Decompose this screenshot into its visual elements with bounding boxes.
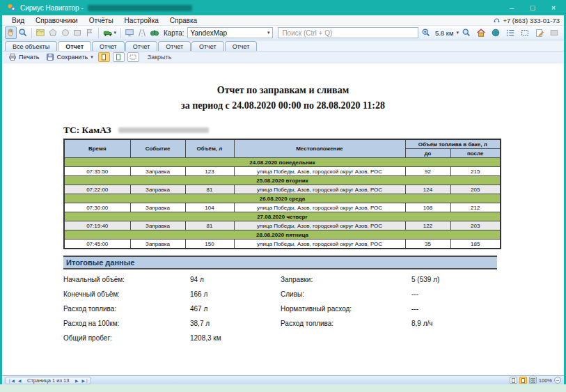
globe-icon[interactable] bbox=[489, 26, 503, 39]
home-icon[interactable] bbox=[474, 26, 488, 39]
prev-page-button[interactable]: ◀ bbox=[16, 378, 23, 383]
monitor-icon[interactable] bbox=[124, 26, 136, 39]
cell-before: 108 bbox=[405, 203, 450, 212]
menu-vid[interactable]: Вид bbox=[6, 17, 30, 24]
zoom-lens-icon[interactable] bbox=[459, 26, 473, 39]
tab-report-2[interactable]: Отчет bbox=[92, 41, 125, 51]
tab-report-1[interactable]: Отчет bbox=[58, 41, 91, 51]
report-title: Отчет по заправкам и сливам за период с … bbox=[2, 83, 564, 113]
polygon-tool-icon[interactable] bbox=[47, 26, 59, 39]
layout-single-button[interactable] bbox=[510, 377, 517, 384]
tab-report-5[interactable]: Отчет bbox=[191, 41, 224, 51]
col-header-after: после bbox=[450, 149, 501, 158]
tab-report-3[interactable]: Отчет bbox=[125, 41, 158, 51]
save-label: Сохранить bbox=[56, 54, 88, 61]
window-title: Сириус Навигатор - bbox=[20, 4, 84, 12]
tab-all-objects[interactable]: Все объекты bbox=[5, 41, 57, 51]
cell-time: 07:22:00 bbox=[64, 185, 130, 194]
menu-spravka[interactable]: Справка bbox=[164, 17, 203, 24]
rect-tool-icon[interactable] bbox=[72, 26, 84, 39]
totals-grid: Начальный объём:94 лЗаправки:5 (539 л)Ко… bbox=[63, 276, 497, 342]
day-group-row: 27.08.2020 четверг bbox=[64, 212, 501, 221]
single-page-icon bbox=[100, 54, 107, 61]
vehicle-icon[interactable]: ▾ bbox=[102, 26, 118, 39]
circle-tool-icon[interactable] bbox=[59, 26, 71, 39]
print-label: Печать bbox=[19, 54, 39, 61]
map-provider-select[interactable]: YandexMap ▾ bbox=[187, 27, 274, 38]
totals-value-right: --- bbox=[411, 290, 497, 298]
cell-before: 124 bbox=[405, 185, 450, 194]
save-button[interactable]: Сохранить ▾ bbox=[44, 52, 95, 62]
scale-caret-icon[interactable]: ▾ bbox=[456, 30, 459, 36]
app-window: Сириус Навигатор - – □ × Вид Справочники… bbox=[0, 0, 566, 392]
window-title-redacted bbox=[88, 5, 192, 11]
tab-report-6[interactable]: Отчет bbox=[225, 41, 258, 51]
floppy-icon bbox=[46, 53, 54, 61]
layout-continuous-button[interactable] bbox=[519, 377, 527, 384]
view-fit-width-button[interactable] bbox=[127, 52, 139, 62]
tab-report-4[interactable]: Отчет bbox=[158, 41, 191, 51]
road-icon[interactable] bbox=[136, 26, 148, 39]
totals-label-left: Конечный объём: bbox=[63, 290, 190, 298]
print-button[interactable]: Печать bbox=[6, 52, 41, 62]
menu-nastroyka[interactable]: Настройка bbox=[119, 17, 164, 24]
view-single-page-button[interactable] bbox=[98, 52, 110, 62]
vehicle-label: ТС: КамАЗ bbox=[63, 125, 111, 136]
day-group-row: 24.08.2020 понедельник bbox=[64, 158, 501, 167]
maximize-button[interactable]: □ bbox=[522, 0, 543, 15]
zoom-level: 100% bbox=[539, 377, 552, 384]
totals-value-left: 38,7 л bbox=[190, 320, 281, 327]
zoom-in-icon[interactable] bbox=[419, 26, 433, 39]
flag-tool-icon[interactable] bbox=[84, 26, 96, 39]
magnifier-icon[interactable] bbox=[17, 26, 29, 39]
minimize-button[interactable]: – bbox=[501, 0, 522, 15]
totals-label-right bbox=[281, 334, 411, 342]
toolbar-separator bbox=[98, 28, 99, 38]
close-report-button[interactable]: Закрыть bbox=[148, 54, 172, 61]
col-header-event: Событие bbox=[130, 139, 185, 158]
layout-multi-button[interactable] bbox=[529, 377, 537, 384]
last-page-button[interactable]: ▶❘ bbox=[81, 378, 88, 383]
screen-icon[interactable] bbox=[547, 26, 561, 39]
select-area-icon[interactable] bbox=[518, 26, 532, 39]
col-header-volume: Объём, л bbox=[185, 139, 234, 158]
next-page-button[interactable]: ▶ bbox=[73, 378, 80, 383]
cell-volume: 104 bbox=[185, 203, 234, 212]
menu-spravochniki[interactable]: Справочники bbox=[30, 17, 84, 24]
hand-tool-icon[interactable] bbox=[5, 26, 17, 39]
report-title-line2: за период с 24.08.2020 00:00 по 28.08.20… bbox=[2, 98, 564, 113]
cell-before: 35 bbox=[405, 240, 450, 249]
vehicle-plate-redacted bbox=[118, 127, 209, 133]
zoom-out-button[interactable]: – bbox=[554, 377, 561, 384]
cell-after: 215 bbox=[450, 167, 501, 176]
cell-event: Заправка bbox=[130, 221, 185, 230]
first-page-button[interactable]: ❘◀ bbox=[8, 378, 15, 383]
save-dropdown-caret-icon[interactable]: ▾ bbox=[91, 54, 93, 60]
cell-after: 203 bbox=[450, 221, 501, 230]
map-edit-icon[interactable] bbox=[35, 26, 47, 39]
map-scale-value[interactable]: 5.8 км bbox=[435, 29, 454, 37]
totals-row: Общий пробег:1208,3 км bbox=[63, 334, 497, 342]
main-toolbar: ▾ Карта: YandexMap ▾ Поиск (Ctrl + Q) 5.… bbox=[2, 26, 564, 40]
report-title-line1: Отчет по заправкам и сливам bbox=[2, 83, 564, 98]
headset-icon bbox=[493, 17, 501, 24]
menu-otchety[interactable]: Отчёты bbox=[84, 17, 119, 24]
titlebar: Сириус Навигатор - – □ × bbox=[2, 0, 564, 15]
day-group-label: 24.08.2020 понедельник bbox=[64, 158, 501, 167]
edit-note-icon[interactable] bbox=[533, 26, 547, 39]
day-group-label: 25.08.2020 вторник bbox=[64, 176, 501, 185]
search-input[interactable]: Поиск (Ctrl + Q) bbox=[278, 27, 418, 38]
cell-after: 185 bbox=[450, 240, 501, 249]
layout-single-icon bbox=[511, 378, 516, 383]
view-fit-page-button[interactable] bbox=[113, 52, 125, 62]
fit-width-icon bbox=[129, 54, 136, 61]
cell-time: 07:45:00 bbox=[64, 240, 130, 249]
close-button[interactable]: × bbox=[543, 0, 564, 15]
binoculars-icon[interactable] bbox=[148, 26, 160, 39]
totals-label-left: Расход на 100км: bbox=[63, 320, 190, 327]
totals-value-right: --- bbox=[411, 305, 497, 313]
day-group-row: 28.08.2020 пятница bbox=[64, 230, 501, 240]
list-icon[interactable] bbox=[503, 26, 517, 39]
day-group-label: 28.08.2020 пятница bbox=[64, 230, 501, 240]
totals-value-left: 94 л bbox=[190, 276, 281, 283]
